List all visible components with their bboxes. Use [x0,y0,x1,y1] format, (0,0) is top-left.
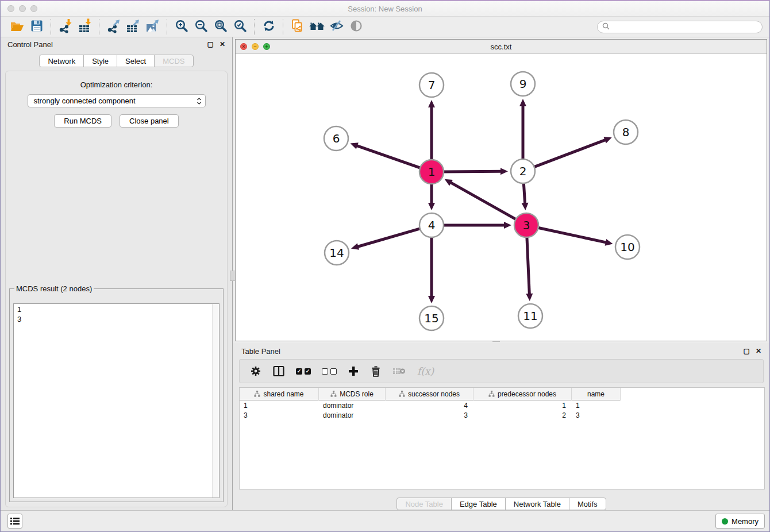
zoom-out-icon [194,19,208,35]
edge-arrowhead [526,294,533,301]
column-header-successor-nodes[interactable]: successor nodes [386,388,473,400]
tab-edge-table[interactable]: Edge Table [451,498,506,510]
float-panel-icon[interactable]: ▢ [207,41,214,48]
graph-node-label: 8 [622,125,630,139]
window-titlebar: Session: New Session [1,1,769,17]
search-input[interactable] [613,22,757,32]
search-box[interactable] [597,21,763,33]
cell-mcds-role[interactable]: dominator [319,402,386,410]
run-mcds-button[interactable]: Run MCDS [54,114,111,128]
home-button[interactable] [307,18,327,36]
toolbar-separator [167,19,168,35]
zoom-in-button[interactable] [172,18,191,36]
edge-arrowhead [428,296,435,303]
network-canvas[interactable]: 7968124314101511 [236,53,767,341]
mcds-result-group: MCDS result (2 nodes) 1 3 [9,284,224,502]
clone-network-button[interactable] [288,18,307,36]
select-all-button[interactable]: ✓ ✓ [296,364,311,378]
column-header-shared-name[interactable]: shared name [240,388,319,400]
tab-motifs[interactable]: Motifs [569,498,606,510]
save-floppy-icon [30,19,44,35]
graph-node-label: 9 [519,77,527,91]
list-icon [10,517,20,525]
network-view-window: × − + scc.txt 7968124314101511 [235,39,767,341]
column-header-name[interactable]: name [572,388,621,400]
edge-arrowhead [522,203,529,210]
network-window-titlebar: × − + scc.txt [236,40,767,54]
tab-style[interactable]: Style [83,55,117,67]
toolbar-separator [254,19,255,35]
cell-successor-nodes[interactable]: 4 [386,402,473,410]
criterion-select[interactable]: strongly connected component [28,94,206,107]
float-table-panel-icon[interactable]: ▢ [744,348,750,354]
export-table-button[interactable] [124,18,143,36]
edge-arrowhead [605,239,613,246]
result-scrollbar[interactable] [212,304,219,498]
table-settings-button[interactable] [250,364,261,378]
delete-row-button[interactable] [370,364,382,378]
network-graph[interactable]: 7968124314101511 [236,53,767,341]
contrast-button[interactable] [346,18,366,36]
tab-select[interactable]: Select [117,55,155,67]
cell-predecessor-nodes[interactable]: 1 [473,402,572,410]
edge-1-2[interactable] [442,171,502,172]
table-row[interactable]: 3 dominator 3 2 3 [240,410,764,420]
edge-3-1[interactable] [451,182,518,220]
close-panel-button[interactable]: Close panel [120,114,179,128]
edge-3-10[interactable] [537,228,607,242]
refresh-icon [262,19,276,35]
export-image-button[interactable] [143,18,163,36]
cell-name[interactable]: 3 [572,411,621,419]
table-panel: Table Panel ▢ ✕ [233,343,769,512]
tab-mcds[interactable]: MCDS [154,55,193,67]
edge-2-3[interactable] [523,182,525,204]
edge-arrowhead [519,99,526,106]
edge-1-6[interactable] [356,145,422,168]
toolbar-separator [283,19,284,35]
open-session-button[interactable] [7,18,27,36]
edge-arrowhead [428,203,435,210]
edge-arrowhead [603,137,611,143]
close-table-panel-icon[interactable]: ✕ [756,348,761,354]
unchecked-checkbox-icon [330,368,337,375]
graph-node-label: 10 [620,240,634,254]
cell-shared-name[interactable]: 3 [240,411,319,419]
edge-2-8[interactable] [533,140,606,167]
cell-name[interactable]: 1 [572,402,621,410]
tree-icon [488,391,495,397]
tab-network-table[interactable]: Network Table [505,498,569,510]
refresh-layout-button[interactable] [259,18,279,36]
toolbar-separator [99,19,100,35]
cell-mcds-role[interactable]: dominator [319,411,386,419]
add-row-button[interactable] [348,364,359,378]
export-table-icon [126,18,141,36]
zoom-fit-button[interactable] [211,18,230,36]
cell-successor-nodes[interactable]: 3 [386,411,473,419]
export-network-button[interactable] [104,18,124,36]
tab-node-table[interactable]: Node Table [396,498,452,510]
table-row[interactable]: 1 dominator 4 1 1 [240,400,764,410]
column-selector-button[interactable] [272,364,285,378]
cell-shared-name[interactable]: 1 [240,402,319,410]
deselect-all-button[interactable] [322,364,337,378]
graph-node-label: 1 [428,165,436,179]
close-panel-icon[interactable]: ✕ [220,41,225,48]
save-session-button[interactable] [27,18,47,36]
edge-4-14[interactable] [357,228,422,246]
memory-button[interactable]: Memory [715,514,765,529]
function-builder-button-disabled: f(x) [417,364,434,378]
tab-network[interactable]: Network [39,55,84,67]
mcds-result-text[interactable]: 1 3 [14,304,212,498]
hide-eye-button[interactable] [327,18,346,36]
task-history-button[interactable] [7,514,22,529]
import-network-button[interactable] [56,18,75,36]
column-header-predecessor-nodes[interactable]: predecessor nodes [473,388,572,400]
edge-3-11[interactable] [527,236,530,295]
zoom-out-button[interactable] [191,18,211,36]
graph-node-label: 7 [428,78,436,92]
mcds-panel: Optimization criterion: strongly connect… [5,71,228,507]
import-table-button[interactable] [75,18,95,36]
column-header-mcds-role[interactable]: MCDS role [319,388,386,400]
cell-predecessor-nodes[interactable]: 2 [473,411,572,419]
zoom-selected-button[interactable] [230,18,250,36]
